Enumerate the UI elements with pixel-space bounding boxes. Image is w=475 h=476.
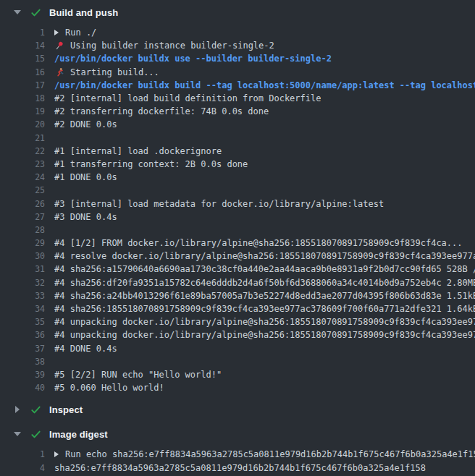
log-text: Starting build...: [70, 67, 159, 77]
line-number[interactable]: 1: [0, 449, 45, 459]
log-line: 22 #1 [internal] load .dockerignore: [0, 145, 475, 158]
line-content: #1 transferring context: 2B 0.0s done: [54, 159, 248, 169]
workflow-log: Build and push 1 Run ./ 14 Using builder…: [0, 0, 475, 476]
line-content: #2 [internal] load build definition from…: [54, 93, 321, 103]
log-line: 39 #5 [2/2] RUN echo "Hello world!": [0, 368, 475, 381]
log-text: #1 transferring context: 2B 0.0s done: [54, 159, 248, 169]
chevron-icon[interactable]: [13, 10, 22, 14]
log-text: #2 [internal] load build definition from…: [54, 93, 321, 103]
log-text: #4 unpacking docker.io/library/alpine@sh…: [54, 330, 475, 340]
log-text: #4 unpacking docker.io/library/alpine@sh…: [54, 317, 475, 327]
line-content: /usr/bin/docker buildx use --builder bui…: [54, 54, 332, 64]
line-number[interactable]: 26: [0, 199, 45, 209]
line-number[interactable]: 18: [0, 93, 45, 103]
expand-group-icon[interactable]: [54, 451, 59, 457]
line-content: /usr/bin/docker buildx build --tag local…: [54, 80, 475, 90]
line-number[interactable]: 16: [0, 67, 45, 77]
line-number[interactable]: 39: [0, 370, 45, 380]
line-content: #3 DONE 0.4s: [54, 212, 117, 222]
line-number[interactable]: 4: [0, 463, 45, 473]
line-number[interactable]: 29: [0, 238, 45, 248]
line-number[interactable]: 34: [0, 304, 45, 314]
line-content: #4 DONE 0.4s: [54, 344, 117, 354]
log-text: #5 [2/2] RUN echo "Hello world!": [54, 370, 222, 380]
log-line: 1 Run echo sha256:e7ff8834a5963a2785c5a0…: [0, 448, 475, 461]
log-line: 26 #3 [internal] load metadata for docke…: [0, 197, 475, 210]
line-number[interactable]: 28: [0, 225, 45, 235]
log-line: 36 #4 unpacking docker.io/library/alpine…: [0, 328, 475, 341]
log-line: 40 #5 0.060 Hello world!: [0, 381, 475, 394]
log-line: 18 #2 [internal] load build definition f…: [0, 92, 475, 105]
log-line: 27 #3 DONE 0.4s: [0, 211, 475, 224]
line-content: #4 sha256:df20fa9351a15782c64e6dddb2d4a6…: [54, 278, 475, 288]
section-header-inspect[interactable]: Inspect: [0, 397, 475, 422]
log-line: 14 Using builder instance builder-single…: [0, 39, 475, 52]
section-header-image-digest[interactable]: Image digest: [0, 422, 475, 446]
success-check-icon: [30, 429, 41, 440]
line-content: Run ./: [54, 27, 96, 38]
line-content: #5 0.060 Hello world!: [54, 383, 164, 393]
log-text: #5 0.060 Hello world!: [54, 383, 164, 393]
section-header-build-and-push[interactable]: Build and push: [0, 0, 475, 25]
line-content: #3 [internal] load metadata for docker.i…: [54, 199, 384, 209]
line-content: #2 transferring dockerfile: 74B 0.0s don…: [54, 106, 269, 116]
line-number[interactable]: 32: [0, 278, 45, 288]
line-number[interactable]: 23: [0, 159, 45, 169]
line-number[interactable]: 38: [0, 357, 45, 367]
log-line: 30 #4 resolve docker.io/library/alpine@s…: [0, 250, 475, 263]
line-number[interactable]: 22: [0, 146, 45, 156]
section-title: Inspect: [49, 404, 83, 415]
log-text: Using builder instance builder-single-2: [70, 41, 274, 51]
line-number[interactable]: 17: [0, 80, 45, 90]
log-line: 21: [0, 132, 475, 145]
line-number[interactable]: 36: [0, 330, 45, 340]
section-build-and-push: Build and push 1 Run ./ 14 Using builder…: [0, 0, 475, 397]
line-content: #4 sha256:a15790640a6690aa1730c38cf0a440…: [54, 264, 475, 274]
line-number[interactable]: 14: [0, 41, 45, 51]
log-line: 19 #2 transferring dockerfile: 74B 0.0s …: [0, 105, 475, 118]
chevron-icon[interactable]: [13, 406, 22, 413]
line-content: #4 sha256:185518070891758909c9f839cf4ca3…: [54, 304, 475, 314]
success-check-icon: [30, 404, 41, 415]
line-number[interactable]: 25: [0, 185, 45, 195]
log-line: 1 Run ./: [0, 26, 475, 39]
log-text: #4 sha256:df20fa9351a15782c64e6dddb2d4a6…: [54, 278, 475, 288]
log-text: #4 [1/2] FROM docker.io/library/alpine@s…: [54, 238, 463, 248]
line-number[interactable]: 21: [0, 133, 45, 143]
line-number[interactable]: 30: [0, 251, 45, 261]
success-check-icon: [30, 7, 41, 18]
log-text: #4 resolve docker.io/library/alpine@sha2…: [54, 251, 475, 261]
log-line: 16 Starting build...: [0, 66, 475, 79]
log-text: #4 DONE 0.4s: [54, 344, 117, 354]
line-number[interactable]: 33: [0, 291, 45, 301]
section-image-digest: Image digest 1 Run echo sha256:e7ff8834a…: [0, 422, 475, 476]
log-line: 31 #4 sha256:a15790640a6690aa1730c38cf0a…: [0, 263, 475, 276]
line-number[interactable]: 40: [0, 383, 45, 393]
line-content: #2 DONE 0.0s: [54, 119, 117, 129]
log-line: 17 /usr/bin/docker buildx build --tag lo…: [0, 79, 475, 92]
log-text: #1 [internal] load .dockerignore: [54, 146, 222, 156]
line-number[interactable]: 31: [0, 264, 45, 274]
log-line: 34 #4 sha256:185518070891758909c9f839cf4…: [0, 302, 475, 315]
line-number[interactable]: 37: [0, 344, 45, 354]
log-line: 38: [0, 355, 475, 368]
log-text: #4 sha256:a15790640a6690aa1730c38cf0a440…: [54, 264, 475, 274]
line-content: Starting build...: [54, 67, 159, 77]
line-number[interactable]: 27: [0, 212, 45, 222]
line-number[interactable]: 35: [0, 317, 45, 327]
section-body: 1 Run echo sha256:e7ff8834a5963a2785c5a0…: [0, 446, 475, 476]
log-line: 25: [0, 184, 475, 197]
line-number[interactable]: 24: [0, 172, 45, 182]
line-number[interactable]: 19: [0, 106, 45, 116]
line-number[interactable]: 20: [0, 119, 45, 129]
log-line: 4 sha256:e7ff8834a5963a2785c5a0811e979d1…: [0, 461, 475, 474]
log-text: /usr/bin/docker buildx build --tag local…: [54, 80, 475, 90]
expand-group-icon[interactable]: [54, 30, 59, 35]
line-number[interactable]: 1: [0, 27, 45, 38]
log-text: #3 [internal] load metadata for docker.i…: [54, 199, 384, 209]
line-number[interactable]: 15: [0, 54, 45, 64]
chevron-icon[interactable]: [13, 432, 22, 436]
pushpin-icon: [54, 41, 64, 51]
log-text: Run ./: [65, 27, 96, 38]
section-body: 1 Run ./ 14 Using builder instance build…: [0, 25, 475, 397]
